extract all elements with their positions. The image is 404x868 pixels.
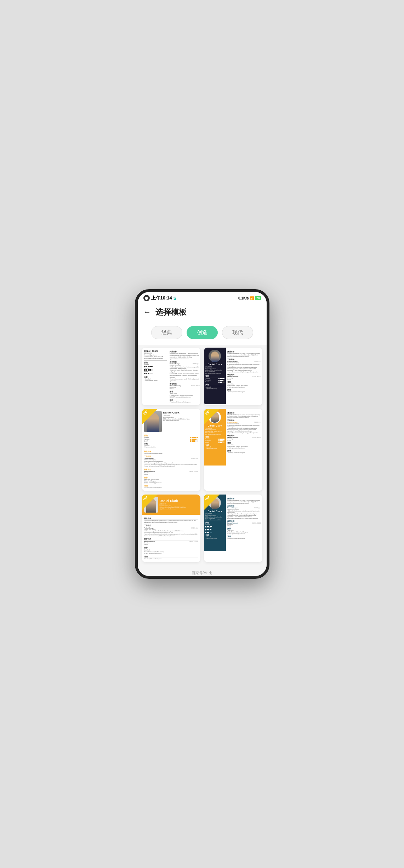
tab-creative[interactable]: 创造 bbox=[187, 326, 218, 339]
tab-classic[interactable]: 经典 bbox=[151, 326, 182, 339]
vip-badge-3: VIP bbox=[142, 409, 158, 424]
app-icon: S bbox=[173, 296, 177, 301]
vip-badge-5: VIP bbox=[142, 495, 158, 510]
template-card-6[interactable]: VIP Daniel Clark (123)-456-789 danielcla… bbox=[204, 495, 262, 562]
signal-icons: 📶 bbox=[250, 296, 254, 300]
template-card-1[interactable]: Daniel Clark (123)-456-789danielclark@gm… bbox=[142, 348, 200, 405]
network-speed: 0.1K/s bbox=[238, 296, 249, 300]
template-card-5[interactable]: VIP Daniel Clark (123)-456-789danielclar… bbox=[142, 495, 200, 562]
camera-icon: ⬤ bbox=[143, 295, 150, 301]
battery-text: 70 bbox=[255, 296, 261, 300]
tab-modern[interactable]: 现代 bbox=[222, 326, 253, 339]
page-title: 选择模板 bbox=[155, 307, 187, 318]
phone-screen: ⬤ 上午10:14 S 0.1K/s 📶 70 ← 选择模板 经典 创造 现代 bbox=[138, 292, 267, 576]
template-card-3[interactable]: VIP Daniel Clark (123)-456-789danielclar… bbox=[142, 409, 200, 491]
status-time: 上午10:14 bbox=[151, 295, 172, 301]
vip-badge-4: VIP bbox=[204, 409, 220, 424]
template-card-2[interactable]: Daniel Clark (123)-456-789 danielclark@g… bbox=[204, 348, 262, 405]
vip-badge-6: VIP bbox=[204, 495, 220, 510]
page-header: ← 选择模板 bbox=[138, 303, 267, 323]
footer: 百家号/Mr 比 bbox=[138, 568, 267, 576]
back-button[interactable]: ← bbox=[143, 308, 151, 317]
status-right: 0.1K/s 📶 70 bbox=[238, 296, 261, 300]
template-card-4[interactable]: VIP Daniel Clark (123)-456-789 danielcla… bbox=[204, 409, 262, 491]
footer-text: 百家号/Mr 比 bbox=[192, 571, 212, 575]
status-left: ⬤ 上午10:14 S bbox=[143, 295, 177, 301]
phone-frame: ⬤ 上午10:14 S 0.1K/s 📶 70 ← 选择模板 经典 创造 现代 bbox=[135, 289, 269, 579]
tab-bar: 经典 创造 现代 bbox=[138, 323, 267, 345]
status-bar: ⬤ 上午10:14 S 0.1K/s 📶 70 bbox=[138, 292, 267, 303]
templates-grid: Daniel Clark (123)-456-789danielclark@gm… bbox=[138, 345, 267, 568]
